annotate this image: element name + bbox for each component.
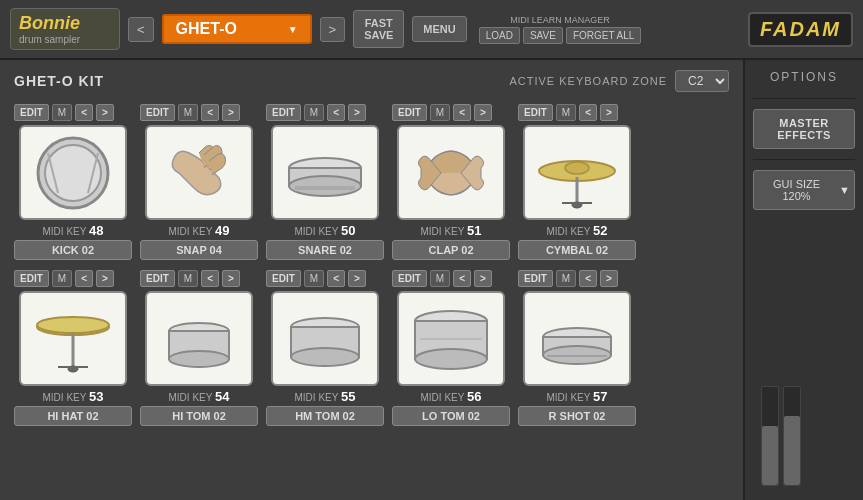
pad-controls-57: EDITM<>	[518, 270, 636, 287]
pad-cell-55: EDITM<> MIDI KEY 55HM TOM 02	[266, 270, 384, 426]
edit-button-50[interactable]: EDIT	[266, 104, 301, 121]
pad-next-button-55[interactable]: >	[348, 270, 366, 287]
pad-prev-button-56[interactable]: <	[453, 270, 471, 287]
pad-next-button-56[interactable]: >	[474, 270, 492, 287]
pad-name-button-51[interactable]: CLAP 02	[392, 240, 510, 260]
pad-prev-button-54[interactable]: <	[201, 270, 219, 287]
midi-load-button[interactable]: LOAD	[479, 27, 520, 44]
pad-image-52[interactable]	[523, 125, 631, 220]
slider-track-1[interactable]	[761, 386, 779, 486]
pad-cell-53: EDITM<> MIDI KEY 53HI HAT 02	[14, 270, 132, 426]
pad-prev-button-48[interactable]: <	[75, 104, 93, 121]
pad-next-button-57[interactable]: >	[600, 270, 618, 287]
pad-name-button-56[interactable]: LO TOM 02	[392, 406, 510, 426]
pad-prev-button-53[interactable]: <	[75, 270, 93, 287]
midi-key-label-54: MIDI KEY 54	[169, 389, 230, 404]
pad-name-button-49[interactable]: SNAP 04	[140, 240, 258, 260]
pad-cell-50: EDITM<> MIDI KEY 50SNARE 02	[266, 104, 384, 260]
edit-button-57[interactable]: EDIT	[518, 270, 553, 287]
pad-prev-button-50[interactable]: <	[327, 104, 345, 121]
gui-size-button[interactable]: GUI SIZE 120% ▼	[753, 170, 855, 210]
pad-name-button-54[interactable]: HI TOM 02	[140, 406, 258, 426]
pad-image-51[interactable]	[397, 125, 505, 220]
options-label: OPTIONS	[753, 70, 855, 84]
pad-cell-57: EDITM<> MIDI KEY 57R SHOT 02	[518, 270, 636, 426]
pad-next-button-54[interactable]: >	[222, 270, 240, 287]
mute-button-56[interactable]: M	[430, 270, 450, 287]
mute-button-51[interactable]: M	[430, 104, 450, 121]
midi-key-label-55: MIDI KEY 55	[295, 389, 356, 404]
pad-prev-button-51[interactable]: <	[453, 104, 471, 121]
fast-save-button[interactable]: FAST SAVE	[353, 10, 404, 48]
pad-next-button-51[interactable]: >	[474, 104, 492, 121]
pad-prev-button-57[interactable]: <	[579, 270, 597, 287]
keyboard-zone-label: ACTIVE KEYBOARD ZONE	[509, 75, 667, 87]
brand-sub: drum sampler	[19, 34, 80, 45]
pad-prev-button-52[interactable]: <	[579, 104, 597, 121]
pad-name-button-55[interactable]: HM TOM 02	[266, 406, 384, 426]
pad-next-button-52[interactable]: >	[600, 104, 618, 121]
pad-image-53[interactable]	[19, 291, 127, 386]
edit-button-53[interactable]: EDIT	[14, 270, 49, 287]
mute-button-55[interactable]: M	[304, 270, 324, 287]
keyboard-zone-select[interactable]: C2 C3	[675, 70, 729, 92]
midi-key-label-52: MIDI KEY 52	[547, 223, 608, 238]
preset-next-button[interactable]: >	[320, 17, 346, 42]
pad-image-48[interactable]	[19, 125, 127, 220]
pad-controls-51: EDITM<>	[392, 104, 510, 121]
pad-name-button-52[interactable]: CYMBAL 02	[518, 240, 636, 260]
pad-prev-button-55[interactable]: <	[327, 270, 345, 287]
pad-name-button-53[interactable]: HI HAT 02	[14, 406, 132, 426]
master-effects-button[interactable]: MASTER EFFECTS	[753, 109, 855, 149]
mute-button-49[interactable]: M	[178, 104, 198, 121]
mute-button-57[interactable]: M	[556, 270, 576, 287]
kit-header: GHET-O KIT ACTIVE KEYBOARD ZONE C2 C3	[14, 70, 729, 92]
edit-button-51[interactable]: EDIT	[392, 104, 427, 121]
chevron-down-icon: ▼	[288, 24, 298, 35]
pad-controls-54: EDITM<>	[140, 270, 258, 287]
pad-name-button-48[interactable]: KICK 02	[14, 240, 132, 260]
edit-button-49[interactable]: EDIT	[140, 104, 175, 121]
edit-button-48[interactable]: EDIT	[14, 104, 49, 121]
pad-prev-button-49[interactable]: <	[201, 104, 219, 121]
pad-image-50[interactable]	[271, 125, 379, 220]
midi-save-button[interactable]: SAVE	[523, 27, 563, 44]
keyboard-zone-section: ACTIVE KEYBOARD ZONE C2 C3	[509, 70, 729, 92]
slider-fill-2	[784, 416, 800, 485]
svg-point-31	[543, 346, 611, 364]
pad-name-button-57[interactable]: R SHOT 02	[518, 406, 636, 426]
edit-button-52[interactable]: EDIT	[518, 104, 553, 121]
pad-next-button-48[interactable]: >	[96, 104, 114, 121]
midi-forget-button[interactable]: FORGET ALL	[566, 27, 642, 44]
edit-button-54[interactable]: EDIT	[140, 270, 175, 287]
mute-button-52[interactable]: M	[556, 104, 576, 121]
slider-track-2[interactable]	[783, 386, 801, 486]
preset-dropdown[interactable]: GHET-O ▼	[162, 14, 312, 44]
svg-point-10	[565, 162, 589, 174]
edit-button-55[interactable]: EDIT	[266, 270, 301, 287]
pad-cell-48: EDITM<> MIDI KEY 48KICK 02	[14, 104, 132, 260]
right-panel: OPTIONS MASTER EFFECTS GUI SIZE 120% ▼	[743, 60, 863, 500]
preset-prev-button[interactable]: <	[128, 17, 154, 42]
pads-row-2: EDITM<> MIDI KEY 53HI HAT 02EDITM<> MIDI…	[14, 270, 729, 426]
pad-next-button-49[interactable]: >	[222, 104, 240, 121]
midi-learn-label: MIDI LEARN MANAGER	[510, 15, 610, 25]
pad-image-56[interactable]	[397, 291, 505, 386]
pad-next-button-53[interactable]: >	[96, 270, 114, 287]
menu-button[interactable]: MENU	[412, 16, 466, 42]
pad-image-57[interactable]	[523, 291, 631, 386]
pad-name-button-50[interactable]: SNARE 02	[266, 240, 384, 260]
chevron-down-icon: ▼	[839, 184, 850, 196]
pads-row-1: EDITM<> MIDI KEY 48KICK 02EDITM<> MIDI K…	[14, 104, 729, 260]
pad-image-55[interactable]	[271, 291, 379, 386]
pad-image-49[interactable]	[145, 125, 253, 220]
mute-button-50[interactable]: M	[304, 104, 324, 121]
mute-button-53[interactable]: M	[52, 270, 72, 287]
mute-button-54[interactable]: M	[178, 270, 198, 287]
mute-button-48[interactable]: M	[52, 104, 72, 121]
pad-cell-56: EDITM<> MIDI KEY 56LO TOM 02	[392, 270, 510, 426]
midi-key-label-50: MIDI KEY 50	[295, 223, 356, 238]
pad-next-button-50[interactable]: >	[348, 104, 366, 121]
pad-image-54[interactable]	[145, 291, 253, 386]
edit-button-56[interactable]: EDIT	[392, 270, 427, 287]
